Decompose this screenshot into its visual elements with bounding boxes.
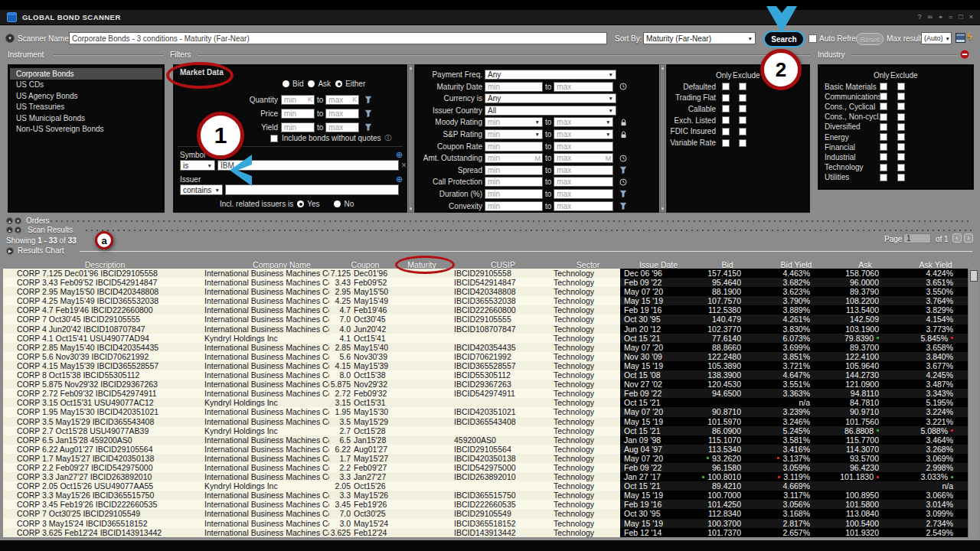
min-input[interactable] <box>485 189 543 199</box>
table-row[interactable]: CORP 7.125 Dec01'96 IBCID29105558Interna… <box>3 269 968 278</box>
exclude-checkbox[interactable] <box>739 94 746 102</box>
criteria-select[interactable]: All▼ <box>485 106 616 116</box>
scanner-name-input[interactable] <box>69 32 607 44</box>
expand-orders-icon[interactable]: ▲ <box>6 217 13 224</box>
sidebar-item-instrument[interactable]: US CDs <box>8 80 164 91</box>
min-input[interactable] <box>485 82 543 92</box>
sidebar-item-instrument[interactable]: Corporate Bonds <box>10 68 162 80</box>
funnel-icon[interactable] <box>619 190 628 198</box>
table-row[interactable]: CORP 7 Oct30'45 IBCID29105555Internation… <box>3 315 968 324</box>
add-issuer-filter-icon[interactable]: ⊕ <box>396 175 403 183</box>
table-row[interactable]: CORP 2.2 Feb09'27 IBCID542975000Internat… <box>3 463 968 472</box>
only-checkbox[interactable] <box>880 133 887 141</box>
next-page-button[interactable]: › <box>964 233 973 243</box>
restore-icon[interactable]: □ <box>959 14 962 21</box>
help-icon[interactable]: ? <box>918 14 922 21</box>
expand-scan-results-icon[interactable]: ▲ <box>6 227 13 233</box>
table-row[interactable]: CORP 3.3 Jan27'27 IBCID263892010Internat… <box>3 472 968 481</box>
table-row[interactable]: CORP 6.5 Jan15'28 459200AS0International… <box>3 435 968 445</box>
clock-icon[interactable] <box>619 83 628 90</box>
radio-yes[interactable] <box>297 201 304 207</box>
include-without-quotes-checkbox[interactable] <box>270 135 278 142</box>
table-row[interactable]: CORP 8 Oct15'38 IBCID55305112Internation… <box>3 370 968 380</box>
exclude-checkbox[interactable] <box>897 133 905 141</box>
criteria-min-max-select[interactable]: min▼ <box>485 117 543 127</box>
min-input[interactable] <box>281 109 315 119</box>
splitter-handle[interactable] <box>660 64 665 213</box>
min-input[interactable] <box>485 142 543 152</box>
only-checkbox[interactable] <box>880 143 887 151</box>
radio-no[interactable] <box>334 201 341 207</box>
criteria-min-max-select[interactable]: min▼ <box>485 129 543 139</box>
only-checkbox[interactable] <box>880 174 887 181</box>
exclude-checkbox[interactable] <box>897 103 905 110</box>
exclude-checkbox[interactable] <box>897 93 905 100</box>
max-input[interactable] <box>554 165 613 175</box>
clock-icon[interactable] <box>619 155 628 162</box>
save-icon[interactable] <box>956 33 965 43</box>
auto-refresh-checkbox[interactable] <box>808 34 817 43</box>
exclude-checkbox[interactable] <box>739 83 746 90</box>
issuer-input[interactable] <box>225 184 399 195</box>
only-checkbox[interactable] <box>880 153 887 161</box>
table-row[interactable]: CORP 2.7 Oct15'28 USU49077AB39Kyndryl Ho… <box>3 426 968 435</box>
table-row[interactable]: CORP 5.6 Nov30'39 IBCID70621992Internati… <box>3 352 968 361</box>
table-row[interactable]: CORP 7 Oct30'25 IBCID29105549Internation… <box>3 509 968 518</box>
min-input[interactable] <box>485 201 543 211</box>
only-checkbox[interactable] <box>722 116 730 124</box>
only-checkbox[interactable] <box>880 103 887 110</box>
criteria-min-max-select[interactable]: max▼ <box>554 129 613 139</box>
table-row[interactable]: CORP 4.7 Feb19'46 IBCID222660800Internat… <box>3 305 968 315</box>
table-row[interactable]: CORP 2.72 Feb09'32 IBCID542974911Interna… <box>3 389 968 398</box>
sort-by-select[interactable]: Maturity (Far-Near) ▼ <box>643 32 756 44</box>
exclude-checkbox[interactable] <box>897 153 905 161</box>
sidebar-item-instrument[interactable]: US Municipal Bonds <box>8 112 164 124</box>
table-row[interactable]: CORP 1.95 May15'30 IBCID420351021Interna… <box>3 407 968 416</box>
prev-page-button[interactable]: ‹ <box>952 233 962 243</box>
lightning-icon[interactable]: ϟ <box>967 31 972 42</box>
table-row[interactable]: CORP 3.3 May15'26 IBCID365515750Internat… <box>3 491 968 500</box>
max-input[interactable] <box>554 82 613 92</box>
splitter-handle[interactable] <box>408 64 413 213</box>
close-icon[interactable]: × <box>969 14 973 21</box>
only-checkbox[interactable] <box>880 113 887 121</box>
criteria-select[interactable]: Any▼ <box>485 93 616 103</box>
only-checkbox[interactable] <box>880 83 887 90</box>
table-scrollbar[interactable] <box>968 269 978 538</box>
exclude-checkbox[interactable] <box>739 116 746 124</box>
funnel-icon[interactable] <box>619 202 628 210</box>
max-input[interactable] <box>554 177 613 187</box>
clear-symbol-icon[interactable]: × <box>401 161 407 169</box>
radio-ask[interactable] <box>308 80 315 87</box>
funnel-icon[interactable] <box>364 109 373 118</box>
exclude-checkbox[interactable] <box>897 143 905 151</box>
table-row[interactable]: CORP 3.43 Feb09'52 IBCID542914847Interna… <box>3 278 968 287</box>
table-row[interactable]: CORP 3.625 Feb12'24 IBCID143913442Intern… <box>3 528 968 537</box>
link-icon[interactable]: ∞ <box>928 14 933 21</box>
exclude-checkbox[interactable] <box>739 139 746 147</box>
exclude-checkbox[interactable] <box>897 164 905 171</box>
max-input[interactable] <box>325 122 359 132</box>
min-input[interactable] <box>281 122 315 132</box>
table-row[interactable]: CORP 3.5 May15'29 IBCID365543408Internat… <box>3 417 968 426</box>
page-input[interactable]: 1 <box>903 233 931 243</box>
only-checkbox[interactable] <box>722 94 730 102</box>
table-row[interactable]: CORP 5.875 Nov29'32 IBCID29367263Interna… <box>3 380 968 389</box>
only-checkbox[interactable] <box>722 83 730 90</box>
exclude-checkbox[interactable] <box>739 128 746 135</box>
min-input[interactable] <box>485 177 543 187</box>
exclude-checkbox[interactable] <box>739 105 746 112</box>
table-row[interactable]: CORP 2.05 Oct15'26 USU49077AA55Kyndryl H… <box>3 481 968 491</box>
only-checkbox[interactable] <box>722 128 730 135</box>
only-checkbox[interactable] <box>880 164 887 171</box>
funnel-icon[interactable] <box>619 166 628 174</box>
table-row[interactable]: CORP 6.22 Aug01'27 IBCID29105564Internat… <box>3 445 968 454</box>
table-row[interactable]: CORP 2.95 May15'50 IBCID420348808Interna… <box>3 287 968 296</box>
quote-side-option[interactable]: Bid <box>283 80 303 88</box>
table-row[interactable]: CORP 1.7 May15'27 IBCID420350138Internat… <box>3 454 968 463</box>
expand-results-chart-icon[interactable]: ▶ <box>6 247 14 255</box>
sidebar-item-instrument[interactable]: US Agency Bonds <box>8 90 164 102</box>
funnel-icon[interactable] <box>364 96 373 104</box>
exclude-checkbox[interactable] <box>897 113 905 121</box>
funnel-icon[interactable] <box>364 123 373 132</box>
